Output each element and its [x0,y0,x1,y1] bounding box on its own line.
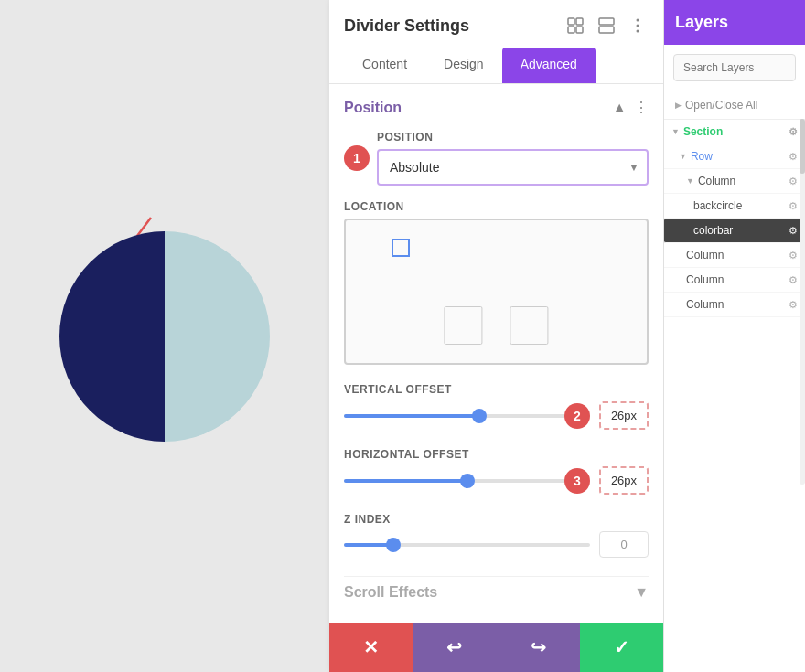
horizontal-offset-track[interactable] [344,479,590,483]
column3-label: Column [686,273,724,286]
circle-preview [59,231,270,442]
horizontal-offset-section: Horizontal Offset 3 [344,448,649,495]
layer-item-column1[interactable]: ▼ Column ⚙ [664,169,805,194]
svg-rect-7 [599,27,614,33]
open-close-chevron: ▶ [675,101,682,110]
row-label: Row [691,150,713,163]
z-index-row [344,531,649,558]
column1-chevron: ▼ [686,176,694,186]
horizontal-offset-label: Horizontal Offset [344,448,649,461]
svg-rect-2 [568,18,574,25]
location-label: Location [344,200,649,213]
position-select-wrapper: Absolute Static Relative Fixed ▼ [377,149,649,186]
panel-header: Divider Settings [329,0,663,84]
section-settings-icon[interactable]: ⚙ [789,126,798,138]
vertical-offset-thumb[interactable] [472,409,487,423]
column3-settings-icon[interactable]: ⚙ [789,274,798,286]
z-index-input[interactable] [599,531,649,558]
layers-panel: Layers ▶ Open/Close All ▼ Section ⚙ ▼ Ro… [663,0,805,672]
layers-search-input[interactable] [673,54,796,81]
tab-content[interactable]: Content [344,48,425,83]
layer-item-colorbar[interactable]: colorbar ⚙ [664,219,805,243]
layers-scrollbar-thumb[interactable] [800,119,805,174]
step-badge-2: 2 [564,403,590,429]
vertical-offset-track[interactable] [344,414,590,418]
vertical-offset-section: Vertical Offset 2 [344,383,649,430]
panel-title: Divider Settings [344,16,469,36]
position-field-label: Position [377,131,649,144]
cancel-button[interactable]: ✕ [329,623,413,672]
backcircle-settings-icon[interactable]: ⚙ [789,200,798,212]
position-select[interactable]: Absolute Static Relative Fixed [377,149,649,186]
layout-icon[interactable] [596,15,617,37]
scroll-effects-title: Scroll Effects [344,584,437,601]
circle-left-half [59,231,165,442]
expand-icon[interactable] [564,15,586,37]
svg-rect-4 [568,27,574,33]
column4-label: Column [686,298,724,311]
layers-title: Layers [675,13,728,31]
svg-rect-6 [599,18,614,25]
panel-title-row: Divider Settings [344,15,649,37]
location-inner-boxes [376,306,617,345]
vertical-offset-row: 2 [344,401,649,430]
position-section-title: Position [344,100,402,116]
undo-button[interactable]: ↩ [413,623,496,672]
layer-item-section[interactable]: ▼ Section ⚙ [664,120,805,144]
vertical-offset-input[interactable] [599,401,649,430]
row-settings-icon[interactable]: ⚙ [789,151,798,163]
scroll-effects-expand-icon[interactable]: ▼ [634,584,649,601]
scroll-effects-section: Scroll Effects ▼ [344,576,649,601]
svg-rect-3 [576,18,583,25]
z-index-label: Z Index [344,513,649,526]
vertical-offset-value-wrapper: 2 [599,401,649,430]
column2-settings-icon[interactable]: ⚙ [789,250,798,261]
z-index-track[interactable] [344,543,590,547]
section-chevron: ▼ [671,127,680,136]
open-close-all[interactable]: ▶ Open/Close All [664,91,805,120]
column2-label: Column [686,249,724,261]
horizontal-offset-thumb[interactable] [460,474,475,488]
column1-settings-icon[interactable]: ⚙ [789,176,798,187]
more-options-icon[interactable] [627,15,649,37]
layers-header: Layers [664,0,805,45]
tab-advanced[interactable]: Advanced [502,48,596,83]
layer-item-column3[interactable]: Column ⚙ [664,268,805,293]
location-box-1 [445,306,483,345]
location-cursor [392,239,410,257]
horizontal-offset-input[interactable] [599,466,649,495]
tab-design[interactable]: Design [425,48,502,83]
layer-item-row[interactable]: ▼ Row ⚙ [664,144,805,169]
position-section-header: Position ▲ ⋮ [344,99,649,116]
position-field-row: 1 Position Absolute Static Relative Fixe… [344,131,649,186]
vertical-offset-fill [344,414,479,418]
section-menu-icon[interactable]: ⋮ [634,99,649,116]
z-index-thumb[interactable] [386,538,401,552]
location-grid[interactable] [344,219,649,365]
horizontal-offset-fill [344,479,467,483]
save-button[interactable]: ✓ [580,623,663,672]
colorbar-label: colorbar [693,224,733,237]
svg-point-8 [637,19,639,22]
section-collapse-icon[interactable]: ▲ [612,100,627,116]
location-section: Location [344,200,649,365]
layers-tree: ▶ Open/Close All ▼ Section ⚙ ▼ Row ⚙ ▼ C… [664,91,805,672]
panel-tabs: Content Design Advanced [344,48,649,83]
redo-button[interactable]: ↪ [497,623,580,672]
column4-settings-icon[interactable]: ⚙ [789,299,798,311]
panel-body: Position ▲ ⋮ 1 Position Absolute Static … [329,84,663,623]
layer-item-column2[interactable]: Column ⚙ [664,243,805,268]
step-badge-3: 3 [564,468,590,494]
svg-rect-5 [576,27,583,33]
column1-label: Column [698,175,735,187]
bottom-toolbar: ✕ ↩ ↪ ✓ [329,623,663,672]
location-box-2 [510,306,549,345]
colorbar-settings-icon[interactable]: ⚙ [789,225,798,237]
panel-icons [564,15,649,37]
backcircle-label: backcircle [693,199,742,212]
layer-item-column4[interactable]: Column ⚙ [664,293,805,317]
section-controls: ▲ ⋮ [612,99,649,116]
layer-item-backcircle[interactable]: backcircle ⚙ [664,194,805,219]
layers-scrollbar[interactable] [800,119,805,485]
preview-area [0,0,329,672]
